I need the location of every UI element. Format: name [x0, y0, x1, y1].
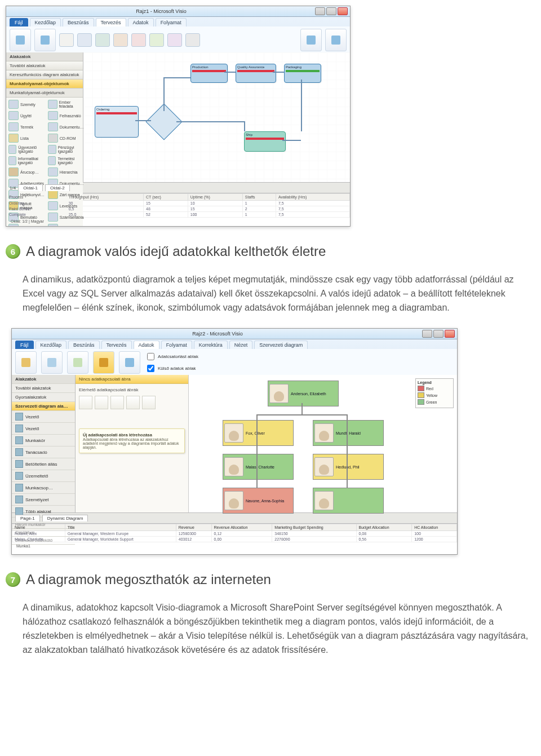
theme-swatch[interactable]: [77, 33, 92, 47]
col-header[interactable]: Uptime (%): [188, 194, 242, 201]
shape-item[interactable]: Dokumentu…: [48, 122, 84, 131]
diagram-canvas[interactable]: Ordering Production Quality Assurance Pa…: [83, 52, 350, 182]
org-node[interactable]: Hedlund, Phil: [313, 454, 384, 480]
org-node[interactable]: [313, 488, 384, 514]
tool-button[interactable]: [95, 396, 108, 409]
shape-item[interactable]: Termék: [8, 122, 45, 131]
sheet-tab[interactable]: Oldal-2: [45, 184, 70, 191]
shape-item[interactable]: Termelési igazgató: [48, 156, 84, 165]
sheet-tab[interactable]: Oldal-1: [18, 184, 43, 191]
sheet-tab[interactable]: Page-1: [15, 515, 40, 521]
theme-swatch[interactable]: [59, 33, 74, 47]
ribbon-tab[interactable]: Adatok: [128, 18, 154, 26]
checkbox[interactable]: [147, 365, 154, 372]
ribbon-tab[interactable]: Tervezés: [101, 341, 132, 349]
shape-item[interactable]: Vezető: [12, 411, 75, 423]
col-header[interactable]: HC Allocation: [412, 524, 457, 531]
org-node[interactable]: Fox, Oliver: [223, 420, 294, 446]
maximize-button[interactable]: [326, 7, 336, 15]
shape-item[interactable]: Vezető: [12, 423, 75, 435]
tool-button[interactable]: [110, 396, 124, 409]
accordion-item[interactable]: További alakzatok: [12, 384, 75, 393]
shape-item[interactable]: Számtantábla: [48, 213, 84, 222]
shape-item[interactable]: Személyzet: [12, 494, 75, 506]
col-header[interactable]: Availability (Hrs): [276, 194, 349, 201]
accordion-header[interactable]: Keresztfunkciós diagram alakzatok: [6, 70, 83, 79]
col-header[interactable]: CT (sec): [144, 194, 188, 201]
ribbon-tab[interactable]: Folyamat: [156, 18, 187, 26]
accordion-item[interactable]: Gyorsalakzatok: [12, 393, 75, 402]
shape-item[interactable]: Betöltetlen állás: [12, 458, 75, 470]
shape-item[interactable]: Munkacsop…: [12, 482, 75, 494]
minimize-button[interactable]: [422, 330, 432, 338]
table-row[interactable]: Roland, Alex General Manager, Western Eu…: [12, 531, 457, 537]
tool-button[interactable]: [79, 396, 92, 409]
shape-item[interactable]: CD-ROM: [48, 134, 84, 143]
accordion-header-active[interactable]: Munkafolyamat-objektumok: [6, 79, 83, 89]
ribbon-tab[interactable]: Folyamat: [161, 341, 192, 349]
flow-node-start[interactable]: Ordering: [95, 106, 139, 138]
shape-item[interactable]: Üzemeltető: [12, 470, 75, 482]
ribbon-button[interactable]: [15, 351, 37, 374]
maximize-button[interactable]: [433, 330, 444, 338]
ribbon-button[interactable]: [10, 29, 31, 51]
theme-swatch[interactable]: [95, 33, 110, 47]
col-header[interactable]: Revenue Allocation: [211, 524, 272, 531]
ribbon-checkbox[interactable]: Adatcsatorlást ablak: [145, 351, 198, 362]
ribbon-tab[interactable]: Beszúrás: [68, 341, 100, 349]
ribbon-button[interactable]: [300, 29, 322, 51]
shape-item[interactable]: Ügyfél: [8, 111, 45, 120]
org-node[interactable]: Navone, Anna-Sophia: [223, 488, 294, 514]
close-button[interactable]: [445, 330, 455, 338]
tool-button[interactable]: [126, 396, 140, 409]
ribbon-button[interactable]: [34, 29, 56, 51]
shape-item[interactable]: Pénzügyi igazgató: [48, 145, 84, 154]
org-node[interactable]: Mundt, Harald: [313, 420, 384, 446]
theme-swatch[interactable]: [149, 33, 164, 47]
org-node[interactable]: Anderson, Elizabeth: [268, 381, 339, 406]
theme-swatch[interactable]: [185, 33, 200, 47]
ribbon-tab[interactable]: Szervezeti diagram: [254, 341, 308, 349]
ribbon-tab-file[interactable]: Fájl: [10, 18, 28, 26]
shape-item[interactable]: Személy: [8, 100, 45, 109]
table-row[interactable]: Malas, Charlotte General Manager, Worldw…: [12, 537, 457, 542]
diagram-canvas[interactable]: Legend Red Yellow Green Anderson, Elizab…: [189, 375, 457, 512]
ribbon-tab[interactable]: Korrektúra: [194, 341, 228, 349]
ribbon-tab[interactable]: Beszúrás: [63, 18, 94, 26]
shape-item[interactable]: Ember feladata: [48, 100, 84, 109]
ribbon-button[interactable]: [325, 29, 347, 51]
minimize-button[interactable]: [315, 7, 325, 15]
ribbon-tab[interactable]: Nézet: [229, 341, 253, 349]
flow-node[interactable]: Quality Assurance: [236, 64, 276, 83]
col-header[interactable]: Staffs: [242, 194, 276, 201]
sheet-tab[interactable]: Dynamic Diagram: [42, 515, 88, 521]
theme-swatch[interactable]: [167, 33, 182, 47]
ribbon-tab-active[interactable]: Tervezés: [96, 18, 126, 26]
col-header[interactable]: Marketing Budget Spending: [272, 524, 356, 531]
shape-item[interactable]: Hierarchia: [48, 167, 84, 176]
close-button[interactable]: [338, 7, 348, 15]
checkbox[interactable]: [147, 353, 154, 360]
shape-item[interactable]: Árucsop…: [8, 167, 45, 176]
ribbon-button[interactable]: [67, 351, 88, 374]
ribbon-tab[interactable]: Kezdőlap: [36, 341, 67, 349]
theme-swatch[interactable]: [113, 33, 128, 47]
accordion-item-active[interactable]: Szervezeti diagram ala…: [12, 402, 75, 411]
ribbon-button[interactable]: [119, 351, 140, 374]
shape-item[interactable]: Ügyvezető igazgató: [8, 145, 45, 154]
data-graphics-bar[interactable]: Nincs adatkapcsolati ábra: [76, 375, 188, 384]
flow-node[interactable]: Production: [190, 64, 228, 83]
ribbon-tab-file[interactable]: Fájl: [15, 341, 34, 349]
ribbon-checkbox[interactable]: Külső adatok ablak: [145, 363, 198, 374]
ribbon-tab[interactable]: Kezdőlap: [30, 18, 61, 26]
ribbon-tab-active[interactable]: Adatok: [134, 341, 159, 349]
shape-item[interactable]: Levelezés: [48, 201, 84, 210]
flow-node[interactable]: Packaging: [284, 64, 321, 83]
col-header[interactable]: Budget Allocation: [356, 524, 412, 531]
theme-swatch[interactable]: [131, 33, 146, 47]
ribbon-button[interactable]: [41, 351, 63, 374]
flow-node-end[interactable]: Ship: [244, 131, 286, 152]
col-header[interactable]: Revenue: [176, 524, 211, 531]
shape-item[interactable]: Tanácsadó: [12, 446, 75, 458]
org-node[interactable]: Malas, Charlotte: [223, 454, 294, 480]
